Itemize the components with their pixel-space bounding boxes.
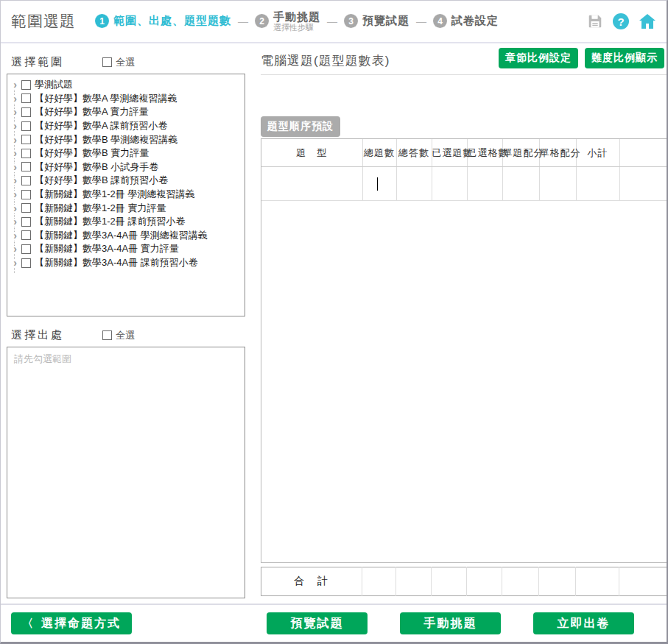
tree-item-label[interactable]: 【新關鍵】數學1-2冊 課前預習小卷: [35, 215, 185, 228]
source-placeholder: 請先勾選範圍: [14, 353, 238, 366]
tree-item: ›【好好學】數學A 實力評量: [10, 105, 245, 119]
save-icon[interactable]: [587, 13, 603, 29]
right-panel-header: 電腦選題(題型題數表) 章節比例設定 難度比例顯示: [261, 48, 668, 75]
cell-total-questions[interactable]: [362, 167, 396, 201]
tree-item-label[interactable]: 【好好學】數學B 課前預習小卷: [35, 174, 168, 187]
total-points-per-cell: [539, 567, 576, 596]
tree-item-label[interactable]: 【好好學】數學A 實力評量: [35, 105, 149, 118]
step-4-badge: 4: [433, 14, 447, 28]
topbar: 範圍選題 1 範圍、出處、題型題數 — 2 手動挑題 選擇性步驟 — 3 預覽試…: [1, 1, 667, 43]
tree-item-label[interactable]: 【新關鍵】數學3A-4A冊 課前預習小卷: [35, 256, 198, 269]
tree-item-label[interactable]: 【好好學】數學B 學測總複習講義: [35, 133, 177, 146]
left-panel: 選擇範圍 全選 ›學測試題 ›【好好學】數學A 學測總複習講義 ›【好好學】數學…: [1, 43, 251, 604]
tree-item-checkbox[interactable]: [21, 230, 31, 240]
tree-item-label[interactable]: 【好好學】數學B 實力評量: [35, 146, 149, 160]
tree-item-label[interactable]: 【新關鍵】數學1-2冊 實力評量: [35, 202, 166, 215]
col-question-type: 題 型: [261, 139, 362, 167]
step-4[interactable]: 4 試卷設定: [433, 14, 499, 28]
tree-item: ›【新關鍵】數學3A-4A冊 學測總複習講義: [10, 229, 245, 243]
generate-paper-button[interactable]: 立即出卷: [533, 612, 634, 634]
source-select-all[interactable]: 全選: [102, 329, 135, 342]
cell-question-type[interactable]: [261, 167, 362, 201]
source-select-all-checkbox[interactable]: [102, 330, 112, 340]
tree-item-checkbox[interactable]: [21, 203, 31, 213]
range-select-all-checkbox[interactable]: [102, 57, 112, 67]
chevron-right-icon[interactable]: ›: [10, 174, 20, 186]
chevron-right-icon[interactable]: ›: [10, 243, 20, 255]
cell-selected-cells[interactable]: [467, 167, 502, 201]
total-row: 合 計: [261, 567, 668, 596]
cell-points-per-question[interactable]: [502, 167, 539, 201]
chevron-right-icon[interactable]: ›: [10, 147, 20, 159]
tree-item-checkbox[interactable]: [21, 121, 31, 131]
step-3-badge: 3: [344, 14, 358, 28]
tree-item: ›學測試題: [10, 78, 245, 92]
tree-item-label[interactable]: 學測試題: [35, 78, 73, 91]
back-to-question-method-button[interactable]: 〈 選擇命題方式: [11, 612, 132, 634]
tree-item-checkbox[interactable]: [21, 258, 31, 268]
tree-item-label[interactable]: 【新關鍵】數學1-2冊 學測總複習講義: [35, 188, 194, 201]
chevron-right-icon[interactable]: ›: [10, 216, 20, 227]
page-title: 範圍選題: [11, 11, 76, 32]
tree-item-checkbox[interactable]: [21, 162, 31, 171]
tree-item-checkbox[interactable]: [21, 176, 31, 185]
range-select-all-label: 全選: [116, 56, 135, 69]
tree-item-label[interactable]: 【好好學】數學A 學測總複習講義: [35, 92, 177, 105]
tree-item-label[interactable]: 【新關鍵】數學3A-4A冊 學測總複習講義: [35, 229, 208, 242]
col-selected-cells: 已選格數: [467, 139, 502, 167]
col-points-per-cell: 單格配分: [539, 139, 576, 167]
step-4-label: 試卷設定: [451, 14, 499, 28]
difficulty-ratio-button[interactable]: 難度比例顯示: [585, 48, 664, 68]
main-content: 選擇範圍 全選 ›學測試題 ›【好好學】數學A 學測總複習講義 ›【好好學】數學…: [1, 43, 667, 605]
tree-item: ›【好好學】數學B 小試身手卷: [10, 160, 245, 174]
step-3[interactable]: 3 預覽試題: [344, 14, 409, 28]
manual-pick-button[interactable]: 手動挑題: [400, 612, 501, 634]
tree-item-checkbox[interactable]: [21, 135, 31, 144]
chevron-left-icon: 〈: [22, 617, 35, 631]
cell-selected-questions[interactable]: [432, 167, 467, 201]
tree-item-checkbox[interactable]: [21, 107, 31, 117]
preview-questions-button[interactable]: 預覽試題: [267, 612, 368, 634]
step-2[interactable]: 2 手動挑題 選擇性步驟: [255, 10, 320, 32]
tree-item-label[interactable]: 【好好學】數學B 小試身手卷: [35, 160, 158, 174]
tree-item-checkbox[interactable]: [21, 190, 31, 199]
step-1[interactable]: 1 範圍、出處、題型題數: [95, 14, 231, 28]
cell-subtotal[interactable]: [576, 167, 619, 201]
chevron-right-icon[interactable]: ›: [10, 134, 20, 146]
chevron-right-icon[interactable]: ›: [10, 79, 20, 91]
chevron-right-icon[interactable]: ›: [10, 188, 20, 200]
range-select-all[interactable]: 全選: [102, 56, 135, 69]
tree-item-checkbox[interactable]: [21, 93, 31, 103]
range-section-title: 選擇範圍: [11, 55, 64, 69]
tree-item-label[interactable]: 【好好學】數學A 課前預習小卷: [35, 119, 168, 132]
tree-item: ›【新關鍵】數學3A-4A冊 實力評量: [10, 242, 245, 256]
chevron-right-icon[interactable]: ›: [10, 120, 20, 132]
type-order-default-button[interactable]: 題型順序預設: [261, 116, 340, 137]
tree-item-checkbox[interactable]: [21, 217, 31, 227]
tree-item: ›【好好學】數學B 課前預習小卷: [10, 174, 245, 188]
chevron-right-icon[interactable]: ›: [10, 106, 20, 118]
tree-item-checkbox[interactable]: [21, 244, 31, 254]
chevron-right-icon[interactable]: ›: [10, 257, 20, 269]
home-icon[interactable]: [639, 13, 656, 29]
tree-item: ›【新關鍵】數學1-2冊 實力評量: [10, 201, 245, 215]
chevron-right-icon[interactable]: ›: [10, 202, 20, 214]
ratio-buttons: 章節比例設定 難度比例顯示: [499, 48, 668, 68]
chevron-right-icon[interactable]: ›: [10, 93, 20, 105]
chevron-right-icon[interactable]: ›: [10, 230, 20, 241]
cell-extra[interactable]: [619, 167, 667, 201]
tree-item-label[interactable]: 【新關鍵】數學3A-4A冊 實力評量: [35, 242, 179, 255]
step-2-badge: 2: [255, 14, 269, 28]
help-icon[interactable]: ?: [613, 13, 629, 29]
app-window: 範圍選題 1 範圍、出處、題型題數 — 2 手動挑題 選擇性步驟 — 3 預覽試…: [0, 0, 668, 644]
total-label: 合 計: [261, 567, 362, 596]
tree-item-checkbox[interactable]: [21, 80, 31, 90]
chapter-ratio-button[interactable]: 章節比例設定: [499, 48, 578, 68]
chevron-right-icon[interactable]: ›: [10, 161, 20, 173]
tree-item-checkbox[interactable]: [21, 149, 31, 158]
step-separator: —: [238, 15, 248, 27]
step-1-badge: 1: [95, 14, 109, 28]
source-select-all-label: 全選: [116, 329, 135, 342]
cell-total-answers[interactable]: [396, 167, 432, 201]
cell-points-per-cell[interactable]: [539, 167, 576, 201]
